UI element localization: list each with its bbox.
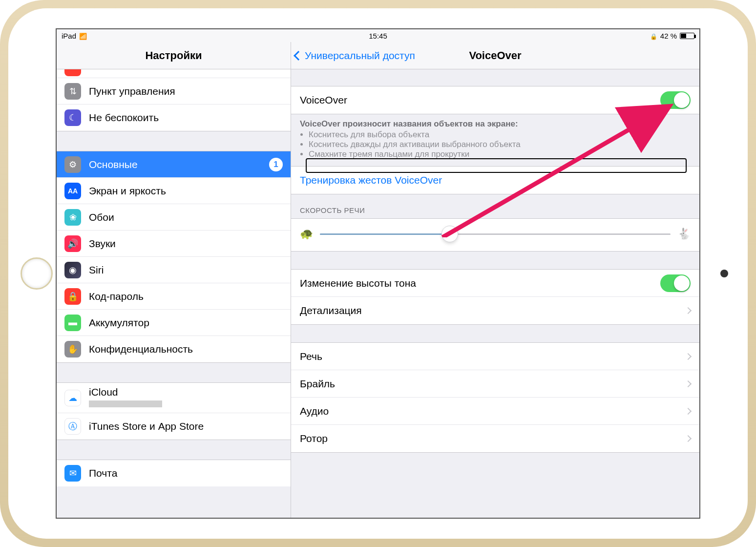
clock: 15:45: [369, 32, 387, 40]
desc-title: VoiceOver произносит названия объектов н…: [300, 119, 691, 129]
gear-icon: ⚙: [64, 156, 81, 173]
desc-item: Коснитесь дважды для активации выбранног…: [309, 140, 691, 149]
cloud-icon: ☁: [64, 390, 81, 406]
row-label: Речь: [300, 351, 686, 362]
device-bezel: iPad 15:45 42 % Настройки: [8, 8, 748, 539]
speech-row[interactable]: Речь: [291, 343, 699, 370]
sidebar-item-label: Экран и яркость: [89, 185, 283, 197]
sidebar-item-control-center[interactable]: ⇅ Пункт управления: [57, 78, 291, 105]
speaker-icon: 🔊: [64, 235, 81, 252]
battery-icon: [680, 33, 694, 39]
sidebar-item-siri[interactable]: ◉ Siri: [57, 257, 291, 283]
sidebar-item-wallpaper[interactable]: ❀ Обои: [57, 204, 291, 231]
practice-gestures-row[interactable]: Тренировка жестов VoiceOver: [291, 167, 699, 194]
slider-thumb[interactable]: [441, 226, 458, 242]
pitch-label: Изменение высоты тона: [300, 277, 660, 289]
verbosity-label: Детализация: [300, 305, 686, 316]
sidebar-item-label: iTunes Store и App Store: [89, 421, 283, 432]
chevron-right-icon: [685, 435, 692, 442]
sidebar-item-label: iCloud: [89, 386, 283, 398]
display-icon: AA: [64, 183, 81, 199]
slider-track[interactable]: [320, 233, 671, 235]
hand-icon: ✋: [64, 341, 81, 358]
settings-sidebar: Настройки ⇅ Пункт управления ☾ Не беспок…: [57, 42, 291, 518]
sidebar-item-battery[interactable]: ▬ Аккумулятор: [57, 310, 291, 336]
voiceover-toggle-row[interactable]: VoiceOver: [291, 86, 699, 114]
sidebar-item-mail[interactable]: ✉ Почта: [57, 460, 291, 486]
detail-pane: Универсальный доступ VoiceOver VoiceOver: [291, 42, 699, 518]
sidebar-group-1: ⇅ Пункт управления ☾ Не беспокоить: [57, 69, 291, 131]
sidebar-item-clipped[interactable]: [57, 69, 291, 78]
practice-label: Тренировка жестов VoiceOver: [300, 174, 691, 186]
sidebar-item-label: Аккумулятор: [89, 317, 283, 329]
verbosity-row[interactable]: Детализация: [291, 297, 699, 324]
sidebar-group-4: ✉ Почта: [57, 460, 291, 486]
sidebar-item-label: Звуки: [89, 238, 283, 250]
desc-item: Смахните тремя пальцами для прокрутки: [309, 149, 691, 159]
siri-icon: ◉: [64, 262, 81, 278]
wallpaper-icon: ❀: [64, 209, 81, 226]
screen: iPad 15:45 42 % Настройки: [56, 28, 700, 519]
sidebar-item-label: Код-пароль: [89, 291, 283, 302]
notification-badge: 1: [269, 158, 283, 171]
orientation-lock-icon: [650, 32, 657, 40]
sidebar-item-label: Основные: [89, 159, 269, 170]
mail-icon: ✉: [64, 465, 81, 482]
sidebar-item-dnd[interactable]: ☾ Не беспокоить: [57, 105, 291, 131]
sidebar-item-itunes[interactable]: Ⓐ iTunes Store и App Store: [57, 413, 291, 440]
audio-row[interactable]: Аудио: [291, 398, 699, 425]
status-bar: iPad 15:45 42 %: [57, 29, 699, 42]
battery-percentage: 42 %: [660, 32, 677, 40]
pitch-toggle[interactable]: [660, 274, 691, 292]
voiceover-description: VoiceOver произносит названия объектов н…: [291, 114, 699, 166]
moon-icon: ☾: [64, 109, 81, 126]
detail-body: VoiceOver VoiceOver произносит названия …: [291, 69, 699, 518]
lock-icon: 🔒: [64, 288, 81, 305]
device-frame: iPad 15:45 42 % Настройки: [0, 0, 756, 547]
page-title: VoiceOver: [469, 49, 521, 62]
desc-item: Коснитесь для выбора объекта: [309, 130, 691, 140]
sidebar-item-passcode[interactable]: 🔒 Код-пароль: [57, 283, 291, 310]
braille-row[interactable]: Брайль: [291, 370, 699, 398]
back-button[interactable]: Универсальный доступ: [295, 42, 415, 69]
sidebar-item-general[interactable]: ⚙ Основные 1: [57, 151, 291, 178]
sidebar-item-privacy[interactable]: ✋ Конфиденциальность: [57, 336, 291, 362]
pitch-toggle-row[interactable]: Изменение высоты тона: [291, 270, 699, 297]
row-label: Аудио: [300, 405, 686, 417]
chevron-right-icon: [685, 407, 692, 414]
speaking-rate-slider[interactable]: 🐢 🐇: [291, 219, 699, 251]
sidebar-item-label: Почта: [89, 467, 283, 479]
sidebar-item-label: Обои: [89, 211, 283, 223]
sidebar-item-icloud[interactable]: ☁ iCloud: [57, 383, 291, 413]
sidebar-item-label: Конфиденциальность: [89, 343, 283, 355]
turtle-icon: 🐢: [300, 228, 313, 240]
sidebar-item-label: Не беспокоить: [89, 112, 283, 124]
device-label: iPad: [62, 32, 76, 40]
wifi-icon: [79, 32, 87, 40]
row-label: Брайль: [300, 378, 686, 390]
back-label: Универсальный доступ: [305, 50, 415, 62]
chevron-right-icon: [685, 353, 692, 359]
sidebar-item-label: Siri: [89, 264, 283, 276]
home-button[interactable]: [21, 257, 53, 290]
voiceover-toggle[interactable]: [660, 91, 691, 109]
icloud-account-redacted: [89, 400, 162, 407]
sidebar-group-2: ⚙ Основные 1 AA Экран и яркость ❀ Обои: [57, 151, 291, 363]
sidebar-item-sounds[interactable]: 🔊 Звуки: [57, 231, 291, 257]
chevron-right-icon: [685, 307, 692, 314]
appstore-icon: Ⓐ: [64, 418, 81, 435]
sidebar-item-display[interactable]: AA Экран и яркость: [57, 178, 291, 204]
sidebar-group-3: ☁ iCloud Ⓐ iTunes Store и App Store: [57, 382, 291, 440]
row-label: Ротор: [300, 433, 686, 444]
front-camera: [720, 270, 728, 277]
rotor-row[interactable]: Ротор: [291, 425, 699, 452]
sidebar-item-label: Пункт управления: [89, 85, 283, 97]
rabbit-icon: 🐇: [677, 228, 691, 240]
voiceover-label: VoiceOver: [300, 94, 660, 106]
control-icon: ⇅: [64, 83, 81, 100]
chevron-left-icon: [294, 51, 303, 61]
speed-header: СКОРОСТЬ РЕЧИ: [291, 194, 699, 218]
battery-icon: ▬: [64, 315, 81, 331]
chevron-right-icon: [685, 380, 692, 387]
sidebar-title: Настройки: [57, 42, 291, 69]
